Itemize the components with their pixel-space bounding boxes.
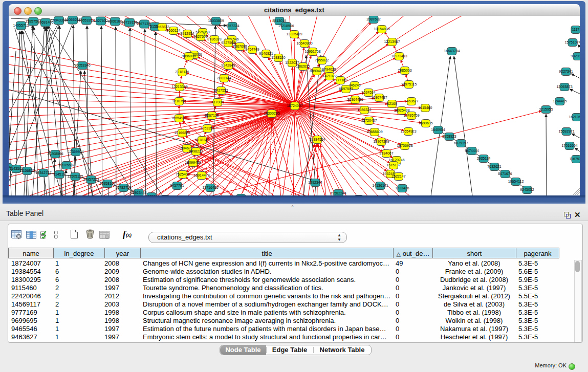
svg-text:6879197: 6879197 — [454, 141, 468, 145]
svg-text:14055713: 14055713 — [13, 24, 29, 27]
svg-text:14136141: 14136141 — [372, 184, 388, 187]
svg-text:10653267: 10653267 — [78, 18, 94, 22]
svg-text:1244415: 1244415 — [553, 99, 567, 103]
svg-text:3624534: 3624534 — [361, 91, 375, 94]
svg-text:7625402: 7625402 — [176, 172, 189, 176]
svg-text:9242848: 9242848 — [221, 63, 235, 67]
svg-text:17957223: 17957223 — [83, 178, 99, 181]
svg-text:10154808: 10154808 — [374, 27, 389, 31]
svg-text:8267130: 8267130 — [205, 114, 219, 117]
svg-text:6497503: 6497503 — [339, 87, 353, 91]
svg-text:19218506: 19218506 — [278, 24, 294, 28]
svg-text:13325419: 13325419 — [286, 32, 302, 36]
svg-text:18724007: 18724007 — [287, 104, 302, 107]
svg-text:1292344: 1292344 — [308, 181, 322, 184]
svg-text:12975115: 12975115 — [401, 82, 417, 86]
svg-text:6794028: 6794028 — [322, 68, 336, 71]
svg-text:12093873: 12093873 — [556, 85, 572, 89]
svg-text:8471676: 8471676 — [498, 172, 512, 176]
svg-text:1733426: 1733426 — [395, 186, 409, 190]
svg-text:62160: 62160 — [387, 102, 397, 105]
svg-text:17016504: 17016504 — [561, 144, 577, 147]
svg-text:7485063: 7485063 — [398, 69, 411, 72]
svg-text:7663822: 7663822 — [155, 25, 169, 29]
svg-text:9463627: 9463627 — [404, 99, 418, 103]
svg-text:16640910: 16640910 — [296, 41, 312, 45]
svg-text:2718126: 2718126 — [175, 70, 189, 74]
svg-text:1322037: 1322037 — [285, 61, 299, 64]
svg-text:12505135: 12505135 — [67, 174, 83, 178]
svg-text:2935114: 2935114 — [477, 157, 491, 160]
svg-text:9227341: 9227341 — [559, 70, 573, 73]
svg-text:9896000: 9896000 — [182, 54, 195, 58]
svg-text:1615132: 1615132 — [386, 163, 400, 167]
svg-text:16120746: 16120746 — [388, 158, 404, 162]
svg-text:99975687: 99975687 — [58, 163, 74, 167]
svg-text:1353359: 1353359 — [200, 126, 214, 130]
svg-text:8813014: 8813014 — [272, 19, 286, 23]
svg-text:10719155: 10719155 — [121, 20, 137, 24]
svg-text:9457791: 9457791 — [170, 184, 184, 187]
svg-text:20053346: 20053346 — [74, 63, 90, 67]
svg-text:15751074: 15751074 — [564, 40, 580, 44]
svg-text:1588520: 1588520 — [271, 56, 285, 59]
svg-text:1640954: 1640954 — [431, 128, 445, 132]
svg-text:20364436: 20364436 — [347, 98, 363, 101]
svg-text:9146821: 9146821 — [259, 52, 273, 55]
svg-text:16210643: 16210643 — [569, 115, 580, 119]
svg-text:8454749: 8454749 — [245, 48, 259, 51]
svg-text:13716485: 13716485 — [202, 186, 218, 189]
svg-text:10973493: 10973493 — [391, 54, 407, 58]
svg-text:19756928: 19756928 — [397, 144, 412, 147]
svg-text:7955822: 7955822 — [315, 58, 329, 62]
svg-text:12213369: 12213369 — [171, 85, 187, 89]
svg-text:9660124: 9660124 — [166, 29, 180, 32]
svg-text:7632621: 7632621 — [487, 165, 501, 168]
svg-text:19384554: 19384554 — [309, 138, 325, 141]
svg-text:12923448: 12923448 — [130, 191, 146, 194]
svg-text:9327508: 9327508 — [221, 41, 235, 45]
svg-text:8427552: 8427552 — [214, 89, 228, 92]
svg-text:6966160: 6966160 — [108, 19, 122, 23]
svg-text:8958923: 8958923 — [442, 135, 456, 138]
svg-text:2087682: 2087682 — [366, 17, 380, 21]
svg-text:18300295: 18300295 — [264, 112, 279, 115]
svg-text:9777169: 9777169 — [333, 78, 347, 82]
svg-text:10654933: 10654933 — [171, 116, 187, 120]
svg-text:7986322: 7986322 — [357, 108, 371, 112]
svg-text:1527602: 1527602 — [94, 19, 107, 23]
svg-text:2522147: 2522147 — [391, 174, 405, 178]
svg-text:3215955: 3215955 — [539, 107, 553, 111]
svg-text:15692971: 15692971 — [558, 129, 574, 133]
svg-text:19166825: 19166825 — [174, 131, 190, 135]
svg-text:2803144: 2803144 — [217, 76, 231, 80]
svg-text:18907249: 18907249 — [373, 140, 389, 143]
svg-text:10958167: 10958167 — [99, 182, 115, 185]
svg-text:9184067: 9184067 — [379, 151, 393, 155]
svg-text:8498222: 8498222 — [189, 149, 203, 153]
svg-text:15720407: 15720407 — [361, 119, 377, 122]
svg-text:16643784: 16643784 — [444, 49, 460, 53]
svg-text:16961758: 16961758 — [304, 50, 320, 53]
svg-text:20208596: 20208596 — [47, 152, 63, 156]
svg-text:1421022: 1421022 — [322, 74, 336, 78]
svg-text:16033809: 16033809 — [208, 19, 224, 23]
svg-text:16914479: 16914479 — [193, 173, 209, 177]
svg-text:1362615: 1362615 — [296, 64, 310, 68]
svg-text:12213967: 12213967 — [384, 40, 400, 43]
svg-text:10654112: 10654112 — [508, 180, 524, 183]
svg-text:1117: 1117 — [572, 28, 580, 31]
svg-text:746246: 746246 — [349, 83, 360, 87]
svg-text:19582244: 19582244 — [330, 191, 346, 195]
svg-text:5878342: 5878342 — [195, 138, 209, 142]
svg-text:10688609: 10688609 — [366, 130, 382, 134]
svg-text:417006: 417006 — [211, 100, 223, 104]
svg-text:17359924: 17359924 — [68, 150, 83, 154]
svg-text:9327500: 9327500 — [193, 35, 207, 38]
svg-text:1610755: 1610755 — [172, 99, 186, 103]
svg-text:8186328: 8186328 — [207, 37, 221, 41]
svg-text:12342737: 12342737 — [35, 171, 51, 174]
svg-text:10025438: 10025438 — [394, 108, 409, 112]
svg-text:9329906: 9329906 — [571, 54, 580, 58]
svg-text:16782759: 16782759 — [115, 186, 131, 189]
